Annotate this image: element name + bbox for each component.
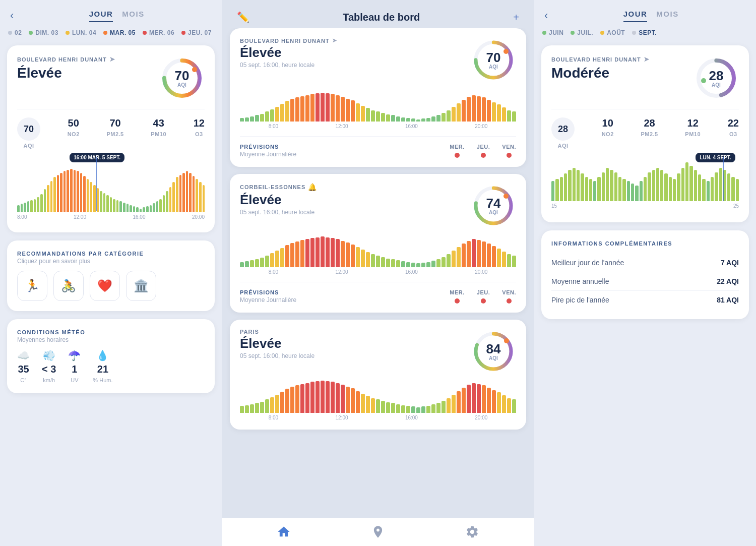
- center-gauge-2-value: 84 AQI: [486, 342, 501, 361]
- chart-bar: [411, 263, 415, 267]
- chart-bar: [719, 168, 722, 201]
- center-card-0-location: BOULEVARD HENRI DUNANT ➤: [240, 37, 337, 44]
- month-item-1[interactable]: JUIL.: [571, 29, 593, 36]
- drop-icon: 💧: [96, 349, 109, 361]
- chart-bar: [551, 181, 554, 201]
- left-tab-mois[interactable]: MOIS: [122, 10, 144, 22]
- nav-location[interactable]: [371, 525, 385, 539]
- chart-bar: [681, 168, 684, 201]
- chart-bar: [310, 238, 314, 267]
- center-card-2-header: PARIS Élevée 05 sept. 16:00, heure local…: [240, 329, 516, 374]
- date-item-3[interactable]: MAR. 05: [103, 29, 136, 36]
- chart-bar: [631, 184, 634, 201]
- chart-bar: [172, 182, 175, 212]
- chart-bar: [593, 181, 596, 201]
- date-item-4[interactable]: MER. 06: [143, 29, 174, 36]
- chart-bar: [113, 199, 115, 212]
- reco-cycling-icon[interactable]: 🚴: [53, 271, 84, 301]
- chart-bar: [401, 261, 405, 267]
- add-button[interactable]: +: [513, 12, 519, 23]
- r-stat-o3-value: 22: [728, 117, 739, 129]
- stat-o3-label: O3: [194, 131, 205, 137]
- nav-home[interactable]: [277, 525, 291, 539]
- nav-settings[interactable]: [465, 525, 479, 539]
- center-card-1-location: CORBEIL-ESSONNES 🔔: [240, 183, 317, 191]
- reco-outdoor-icon[interactable]: 🏛️: [126, 271, 156, 301]
- chart-bar: [166, 191, 168, 212]
- date-item-5[interactable]: JEU. 07: [181, 29, 212, 36]
- chart-bar: [715, 172, 718, 201]
- chart-bar: [497, 104, 501, 122]
- chart-bar: [356, 103, 360, 122]
- chart-bar: [685, 162, 688, 201]
- left-back-button[interactable]: ‹: [10, 9, 14, 22]
- left-tab-jour[interactable]: JOUR: [89, 10, 113, 22]
- chart-bar: [57, 175, 59, 212]
- right-tab-mois[interactable]: MOIS: [656, 10, 678, 22]
- right-chart: LUN. 4 SEPT. 15 25: [551, 157, 739, 212]
- chart-bar: [285, 389, 289, 413]
- chart-bar: [346, 99, 350, 122]
- reco-sport-icon[interactable]: 🏃: [17, 271, 47, 301]
- chart-bar: [660, 170, 663, 201]
- stat-pm10-value: 43: [151, 117, 166, 129]
- month-item-3[interactable]: SEPT.: [632, 29, 657, 36]
- edit-button[interactable]: ✏️: [237, 11, 249, 23]
- chart-bar: [406, 118, 410, 122]
- date-item-0[interactable]: 02: [8, 29, 22, 36]
- chart-bar: [627, 181, 630, 201]
- chart-bar: [366, 108, 370, 122]
- r-stat-pm10: 12 PM10: [685, 117, 701, 149]
- center-card-0[interactable]: BOULEVARD HENRI DUNANT ➤ Élevée 05 sept.…: [230, 28, 526, 167]
- info-row-2: Pire pic de l'année 81 AQI: [551, 291, 739, 309]
- chart-bar: [431, 404, 435, 413]
- month-item-2[interactable]: AOÛT: [600, 29, 625, 36]
- chart-bar: [260, 402, 264, 413]
- chart-bar: [27, 201, 30, 212]
- chart-bar: [21, 204, 23, 212]
- center-forecast-1: PRÉVISIONS Moyenne Journalière MER. JEU.: [240, 282, 516, 304]
- chart-bar: [176, 177, 178, 212]
- chart-bar: [336, 95, 340, 122]
- right-tab-jour[interactable]: JOUR: [623, 10, 648, 22]
- center-card-2[interactable]: PARIS Élevée 05 sept. 16:00, heure local…: [230, 320, 526, 430]
- r-stat-no2-label: NO2: [602, 131, 614, 137]
- chart-bar: [401, 405, 405, 413]
- chart-bar: [341, 97, 345, 122]
- right-back-button[interactable]: ‹: [544, 9, 548, 22]
- month-item-0[interactable]: JUIN: [542, 29, 563, 36]
- chart-bar: [381, 257, 385, 267]
- chart-bar: [512, 256, 516, 267]
- left-weather-card: CONDITIONS MÉTÉO Moyennes horaires ☁️ 35…: [7, 319, 215, 393]
- chart-bar: [416, 263, 420, 267]
- chart-bar: [83, 176, 86, 212]
- left-date-scroll[interactable]: 02 DIM. 03 LUN. 04 MAR. 05 MER. 06 JEU. …: [0, 26, 222, 41]
- chart-bar: [673, 179, 676, 201]
- date-item-2[interactable]: LUN. 04: [66, 29, 96, 36]
- date-item-1[interactable]: DIM. 03: [29, 29, 58, 36]
- center-chart-0-labels: 8:00 12:00 16:00 20:00: [240, 124, 516, 129]
- chart-bar: [110, 197, 112, 212]
- stat-aqi: 70 AQI: [17, 117, 40, 149]
- r-stat-aqi-value: 28: [551, 117, 575, 141]
- center-card-1[interactable]: CORBEIL-ESSONNES 🔔 Élevée 05 sept. 16:00…: [230, 174, 526, 313]
- right-month-scroll[interactable]: JUIN JUIL. AOÛT SEPT.: [534, 26, 756, 41]
- chart-bar: [60, 173, 62, 212]
- stat-no2-label: NO2: [68, 131, 80, 137]
- chart-bar: [421, 118, 425, 122]
- chart-bar: [300, 96, 304, 122]
- chart-bar: [507, 110, 511, 122]
- chart-bar: [502, 395, 506, 413]
- chart-bar: [133, 206, 136, 212]
- chart-bar: [698, 174, 701, 201]
- chart-bar: [275, 107, 279, 122]
- chart-bar: [245, 405, 249, 413]
- r-stat-no2-value: 10: [602, 117, 614, 129]
- center-card-2-datetime: 05 sept. 16:00, heure locale: [240, 352, 314, 359]
- center-panel: ✏️ Tableau de bord + BOULEVARD HENRI DUN…: [222, 0, 534, 546]
- center-chart-1: 8:00 12:00 16:00 20:00: [240, 234, 516, 275]
- chart-bar: [346, 387, 350, 413]
- chart-bar: [487, 100, 491, 122]
- left-chart-tooltip: 16:00 MAR. 5 SEPT.: [70, 153, 124, 162]
- reco-health-icon[interactable]: ❤️: [90, 271, 120, 301]
